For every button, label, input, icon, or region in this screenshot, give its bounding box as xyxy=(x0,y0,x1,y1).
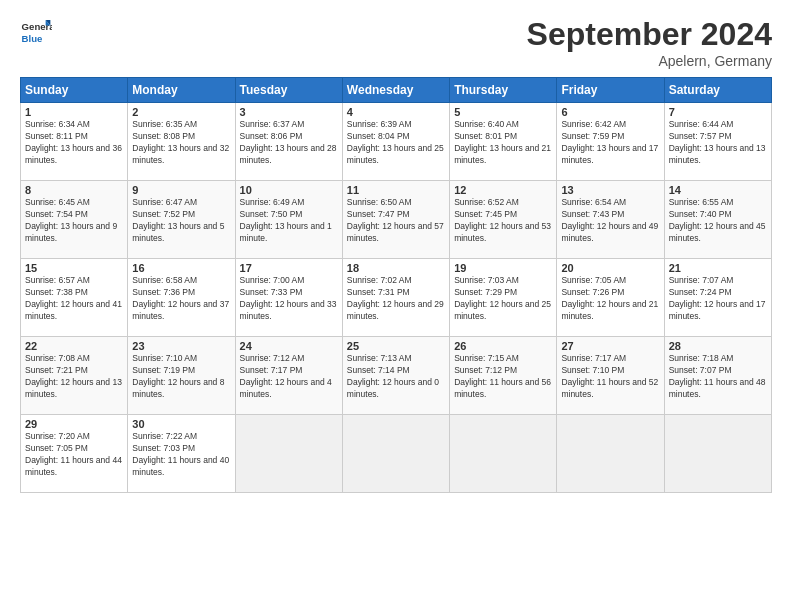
col-header-saturday: Saturday xyxy=(664,78,771,103)
day-number: 7 xyxy=(669,106,767,118)
day-number: 9 xyxy=(132,184,230,196)
calendar-cell: 25Sunrise: 7:13 AMSunset: 7:14 PMDayligh… xyxy=(342,337,449,415)
cell-info: Sunrise: 7:02 AMSunset: 7:31 PMDaylight:… xyxy=(347,275,445,323)
calendar-cell xyxy=(342,415,449,493)
calendar-cell: 24Sunrise: 7:12 AMSunset: 7:17 PMDayligh… xyxy=(235,337,342,415)
week-row-1: 1Sunrise: 6:34 AMSunset: 8:11 PMDaylight… xyxy=(21,103,772,181)
day-number: 12 xyxy=(454,184,552,196)
cell-info: Sunrise: 7:22 AMSunset: 7:03 PMDaylight:… xyxy=(132,431,230,479)
header-row: SundayMondayTuesdayWednesdayThursdayFrid… xyxy=(21,78,772,103)
cell-info: Sunrise: 7:15 AMSunset: 7:12 PMDaylight:… xyxy=(454,353,552,401)
cell-info: Sunrise: 6:52 AMSunset: 7:45 PMDaylight:… xyxy=(454,197,552,245)
calendar-cell: 6Sunrise: 6:42 AMSunset: 7:59 PMDaylight… xyxy=(557,103,664,181)
col-header-thursday: Thursday xyxy=(450,78,557,103)
calendar-cell: 9Sunrise: 6:47 AMSunset: 7:52 PMDaylight… xyxy=(128,181,235,259)
calendar-cell: 28Sunrise: 7:18 AMSunset: 7:07 PMDayligh… xyxy=(664,337,771,415)
calendar-cell: 13Sunrise: 6:54 AMSunset: 7:43 PMDayligh… xyxy=(557,181,664,259)
cell-info: Sunrise: 7:10 AMSunset: 7:19 PMDaylight:… xyxy=(132,353,230,401)
cell-info: Sunrise: 6:39 AMSunset: 8:04 PMDaylight:… xyxy=(347,119,445,167)
cell-info: Sunrise: 6:45 AMSunset: 7:54 PMDaylight:… xyxy=(25,197,123,245)
calendar-table: SundayMondayTuesdayWednesdayThursdayFrid… xyxy=(20,77,772,493)
calendar-cell: 22Sunrise: 7:08 AMSunset: 7:21 PMDayligh… xyxy=(21,337,128,415)
day-number: 2 xyxy=(132,106,230,118)
day-number: 15 xyxy=(25,262,123,274)
calendar-cell: 18Sunrise: 7:02 AMSunset: 7:31 PMDayligh… xyxy=(342,259,449,337)
day-number: 23 xyxy=(132,340,230,352)
cell-info: Sunrise: 7:07 AMSunset: 7:24 PMDaylight:… xyxy=(669,275,767,323)
calendar-cell: 23Sunrise: 7:10 AMSunset: 7:19 PMDayligh… xyxy=(128,337,235,415)
calendar-cell: 19Sunrise: 7:03 AMSunset: 7:29 PMDayligh… xyxy=(450,259,557,337)
day-number: 11 xyxy=(347,184,445,196)
calendar-cell xyxy=(557,415,664,493)
cell-info: Sunrise: 7:05 AMSunset: 7:26 PMDaylight:… xyxy=(561,275,659,323)
cell-info: Sunrise: 7:17 AMSunset: 7:10 PMDaylight:… xyxy=(561,353,659,401)
week-row-2: 8Sunrise: 6:45 AMSunset: 7:54 PMDaylight… xyxy=(21,181,772,259)
day-number: 30 xyxy=(132,418,230,430)
day-number: 1 xyxy=(25,106,123,118)
calendar-cell: 8Sunrise: 6:45 AMSunset: 7:54 PMDaylight… xyxy=(21,181,128,259)
calendar-cell xyxy=(235,415,342,493)
cell-info: Sunrise: 7:12 AMSunset: 7:17 PMDaylight:… xyxy=(240,353,338,401)
header: General Blue September 2024 Apelern, Ger… xyxy=(20,16,772,69)
calendar-cell: 12Sunrise: 6:52 AMSunset: 7:45 PMDayligh… xyxy=(450,181,557,259)
title-block: September 2024 Apelern, Germany xyxy=(527,16,772,69)
calendar-cell: 26Sunrise: 7:15 AMSunset: 7:12 PMDayligh… xyxy=(450,337,557,415)
day-number: 5 xyxy=(454,106,552,118)
cell-info: Sunrise: 7:08 AMSunset: 7:21 PMDaylight:… xyxy=(25,353,123,401)
day-number: 17 xyxy=(240,262,338,274)
calendar-cell: 27Sunrise: 7:17 AMSunset: 7:10 PMDayligh… xyxy=(557,337,664,415)
day-number: 27 xyxy=(561,340,659,352)
calendar-cell: 14Sunrise: 6:55 AMSunset: 7:40 PMDayligh… xyxy=(664,181,771,259)
cell-info: Sunrise: 7:18 AMSunset: 7:07 PMDaylight:… xyxy=(669,353,767,401)
cell-info: Sunrise: 7:00 AMSunset: 7:33 PMDaylight:… xyxy=(240,275,338,323)
cell-info: Sunrise: 6:35 AMSunset: 8:08 PMDaylight:… xyxy=(132,119,230,167)
week-row-3: 15Sunrise: 6:57 AMSunset: 7:38 PMDayligh… xyxy=(21,259,772,337)
cell-info: Sunrise: 6:58 AMSunset: 7:36 PMDaylight:… xyxy=(132,275,230,323)
calendar-cell: 21Sunrise: 7:07 AMSunset: 7:24 PMDayligh… xyxy=(664,259,771,337)
day-number: 4 xyxy=(347,106,445,118)
calendar-cell xyxy=(450,415,557,493)
day-number: 24 xyxy=(240,340,338,352)
calendar-cell: 11Sunrise: 6:50 AMSunset: 7:47 PMDayligh… xyxy=(342,181,449,259)
day-number: 10 xyxy=(240,184,338,196)
cell-info: Sunrise: 7:03 AMSunset: 7:29 PMDaylight:… xyxy=(454,275,552,323)
day-number: 8 xyxy=(25,184,123,196)
day-number: 18 xyxy=(347,262,445,274)
week-row-4: 22Sunrise: 7:08 AMSunset: 7:21 PMDayligh… xyxy=(21,337,772,415)
col-header-wednesday: Wednesday xyxy=(342,78,449,103)
calendar-cell: 17Sunrise: 7:00 AMSunset: 7:33 PMDayligh… xyxy=(235,259,342,337)
col-header-sunday: Sunday xyxy=(21,78,128,103)
day-number: 20 xyxy=(561,262,659,274)
calendar-cell: 16Sunrise: 6:58 AMSunset: 7:36 PMDayligh… xyxy=(128,259,235,337)
day-number: 21 xyxy=(669,262,767,274)
calendar-cell: 7Sunrise: 6:44 AMSunset: 7:57 PMDaylight… xyxy=(664,103,771,181)
svg-text:Blue: Blue xyxy=(22,33,43,44)
week-row-5: 29Sunrise: 7:20 AMSunset: 7:05 PMDayligh… xyxy=(21,415,772,493)
calendar-cell xyxy=(664,415,771,493)
cell-info: Sunrise: 6:37 AMSunset: 8:06 PMDaylight:… xyxy=(240,119,338,167)
day-number: 25 xyxy=(347,340,445,352)
calendar-cell: 20Sunrise: 7:05 AMSunset: 7:26 PMDayligh… xyxy=(557,259,664,337)
calendar-cell: 2Sunrise: 6:35 AMSunset: 8:08 PMDaylight… xyxy=(128,103,235,181)
cell-info: Sunrise: 6:40 AMSunset: 8:01 PMDaylight:… xyxy=(454,119,552,167)
page: General Blue September 2024 Apelern, Ger… xyxy=(0,0,792,612)
calendar-cell: 5Sunrise: 6:40 AMSunset: 8:01 PMDaylight… xyxy=(450,103,557,181)
calendar-cell: 4Sunrise: 6:39 AMSunset: 8:04 PMDaylight… xyxy=(342,103,449,181)
cell-info: Sunrise: 6:49 AMSunset: 7:50 PMDaylight:… xyxy=(240,197,338,245)
logo: General Blue xyxy=(20,16,52,48)
cell-info: Sunrise: 7:20 AMSunset: 7:05 PMDaylight:… xyxy=(25,431,123,479)
day-number: 22 xyxy=(25,340,123,352)
cell-info: Sunrise: 6:54 AMSunset: 7:43 PMDaylight:… xyxy=(561,197,659,245)
cell-info: Sunrise: 6:55 AMSunset: 7:40 PMDaylight:… xyxy=(669,197,767,245)
day-number: 29 xyxy=(25,418,123,430)
calendar-cell: 29Sunrise: 7:20 AMSunset: 7:05 PMDayligh… xyxy=(21,415,128,493)
col-header-monday: Monday xyxy=(128,78,235,103)
day-number: 3 xyxy=(240,106,338,118)
day-number: 14 xyxy=(669,184,767,196)
location: Apelern, Germany xyxy=(527,53,772,69)
day-number: 13 xyxy=(561,184,659,196)
col-header-friday: Friday xyxy=(557,78,664,103)
calendar-cell: 3Sunrise: 6:37 AMSunset: 8:06 PMDaylight… xyxy=(235,103,342,181)
cell-info: Sunrise: 7:13 AMSunset: 7:14 PMDaylight:… xyxy=(347,353,445,401)
calendar-cell: 30Sunrise: 7:22 AMSunset: 7:03 PMDayligh… xyxy=(128,415,235,493)
